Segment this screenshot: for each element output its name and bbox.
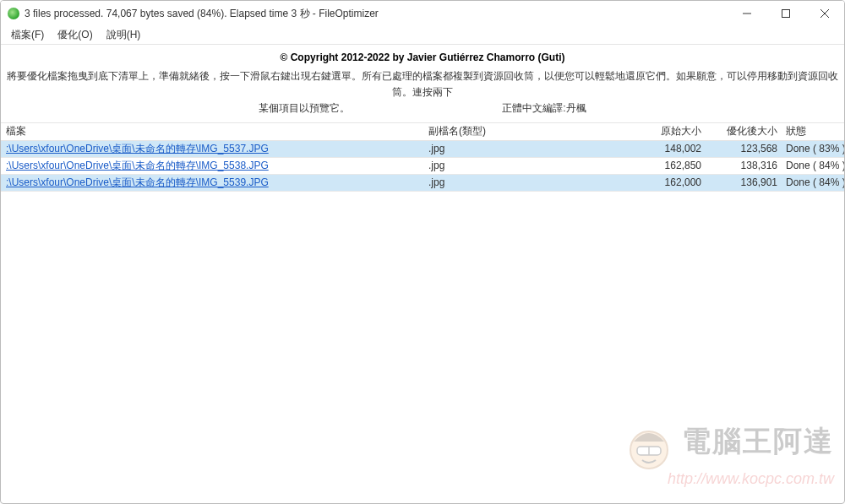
menu-help[interactable]: 說明(H) <box>100 26 148 44</box>
svg-rect-5 <box>637 447 661 455</box>
watermark-mascot-icon <box>624 423 674 474</box>
cell-opt: 138,316 <box>706 160 782 171</box>
info-line-2: 某個項目以預覽它。 <box>259 102 350 114</box>
maximize-button[interactable] <box>766 1 805 26</box>
table-row[interactable]: :\Users\xfour\OneDrive\桌面\未命名的轉存\IMG_553… <box>1 175 844 192</box>
menubar: 檔案(F) 優化(O) 說明(H) <box>1 26 844 45</box>
window-controls <box>728 1 844 26</box>
cell-orig: 162,000 <box>609 176 706 188</box>
column-header-ext[interactable]: 副檔名(類型) <box>423 124 609 138</box>
minimize-button[interactable] <box>728 1 766 26</box>
copyright-text: © Copyright 2012-2022 by Javier Gutiérre… <box>1 45 844 68</box>
cell-status: Done ( 83% ) in 2 秒 <box>782 142 844 156</box>
table-body: :\Users\xfour\OneDrive\桌面\未命名的轉存\IMG_553… <box>1 141 844 192</box>
cell-ext: .jpg <box>423 176 609 188</box>
column-header-orig[interactable]: 原始大小 <box>609 124 706 138</box>
menu-optimize[interactable]: 優化(O) <box>51 26 99 44</box>
cell-orig: 162,850 <box>609 160 706 171</box>
table-row[interactable]: :\Users\xfour\OneDrive\桌面\未命名的轉存\IMG_553… <box>1 158 844 175</box>
watermark-title: 電腦王阿達 <box>682 425 834 457</box>
close-button[interactable] <box>805 1 844 26</box>
file-link[interactable]: :\Users\xfour\OneDrive\桌面\未命名的轉存\IMG_553… <box>6 176 269 188</box>
titlebar: 3 files processed. 74,067 bytes saved (8… <box>1 1 844 26</box>
column-header-status[interactable]: 狀態 <box>782 124 844 138</box>
info-line-1: 將要優化檔案拖曳到底下清單上，準備就緒後，按一下滑鼠右鍵出現右鍵選單。所有已處理… <box>7 70 838 98</box>
table-header: 檔案 副檔名(類型) 原始大小 優化後大小 狀態 <box>1 122 844 141</box>
watermark-url: http://www.kocpc.com.tw <box>624 470 834 488</box>
cell-status: Done ( 84% ) in 1 秒 <box>782 176 844 190</box>
app-icon <box>8 8 19 19</box>
cell-ext: .jpg <box>423 160 609 171</box>
watermark: 電腦王阿達 http://www.kocpc.com.tw <box>624 422 834 488</box>
cell-opt: 123,568 <box>706 143 782 154</box>
column-header-file[interactable]: 檔案 <box>1 124 423 138</box>
cell-status: Done ( 84% ) in 1 秒 <box>782 159 844 173</box>
svg-rect-1 <box>782 10 790 18</box>
file-link[interactable]: :\Users\xfour\OneDrive\桌面\未命名的轉存\IMG_553… <box>6 143 269 154</box>
menu-file[interactable]: 檔案(F) <box>4 26 51 44</box>
cell-ext: .jpg <box>423 143 609 154</box>
svg-point-4 <box>630 431 668 469</box>
info-line-3: 正體中文編譯:丹楓 <box>502 102 586 114</box>
column-header-opt[interactable]: 優化後大小 <box>706 124 782 138</box>
cell-opt: 136,901 <box>706 176 782 188</box>
titlebar-text: 3 files processed. 74,067 bytes saved (8… <box>25 7 728 21</box>
info-block: 將要優化檔案拖曳到底下清單上，準備就緒後，按一下滑鼠右鍵出現右鍵選單。所有已處理… <box>1 68 844 122</box>
table-row[interactable]: :\Users\xfour\OneDrive\桌面\未命名的轉存\IMG_553… <box>1 141 844 158</box>
cell-orig: 148,002 <box>609 143 706 154</box>
file-link[interactable]: :\Users\xfour\OneDrive\桌面\未命名的轉存\IMG_553… <box>6 160 269 171</box>
